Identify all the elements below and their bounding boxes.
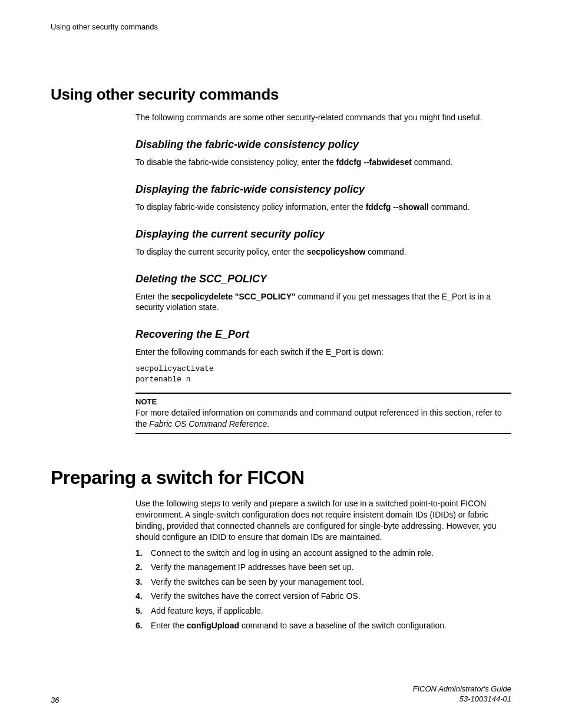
list-item: 2. Verify the management IP addresses ha…	[135, 562, 511, 574]
list-item: 1. Connect to the switch and log in usin…	[135, 548, 511, 559]
delete-scc-paragraph: Enter the secpolicydelete "SCC_POLICY" c…	[135, 291, 511, 314]
intro-paragraph: The following commands are some other se…	[135, 112, 511, 123]
command-text: fddcfg --showall	[366, 202, 429, 212]
command-text: fddcfg --fabwideset	[336, 157, 412, 167]
text: To disable the fabric-wide consistency p…	[135, 157, 336, 167]
step-text: Add feature keys, if applicable.	[151, 605, 263, 617]
step-text: Verify the switches have the correct ver…	[151, 591, 361, 602]
note-label: NOTE	[135, 397, 511, 406]
prepare-intro: Use the following steps to verify and pr…	[135, 498, 511, 543]
content-block-2: Use the following steps to verify and pr…	[135, 498, 511, 631]
doc-info: FICON Administrator's Guide 53-1003144-0…	[413, 684, 511, 704]
note-text: For more detailed information on command…	[135, 407, 511, 430]
disable-paragraph: To disable the fabric-wide consistency p…	[135, 157, 511, 168]
heading-display-security: Displaying the current security policy	[135, 228, 511, 241]
list-item: 6. Enter the configUpload command to sav…	[135, 620, 511, 632]
display-security-paragraph: To display the current security policy, …	[135, 246, 511, 258]
running-header: Using other security commands	[51, 22, 511, 31]
command-text: configUpload	[187, 621, 239, 630]
step-text: Verify the management IP addresses have …	[151, 562, 354, 574]
text: command.	[365, 247, 406, 256]
command-text: secpolicydelete "SCC_POLICY"	[171, 292, 296, 301]
heading-display-fabric: Displaying the fabric-wide consistency p…	[135, 183, 511, 196]
note-block: NOTE For more detailed information on co…	[135, 393, 511, 434]
code-block: secpolicyactivate portenable n	[135, 364, 511, 384]
text: To display the current security policy, …	[135, 247, 307, 256]
list-item: 4. Verify the switches have the correct …	[135, 591, 511, 602]
step-text: Verify the switches can be seen by your …	[151, 577, 364, 588]
doc-number: 53-1003144-01	[413, 694, 511, 704]
content-block: The following commands are some other se…	[135, 112, 511, 434]
display-fabric-paragraph: To display fabric-wide consistency polic…	[135, 202, 511, 213]
text: Enter the	[151, 621, 187, 630]
heading-recover-eport: Recovering the E_Port	[135, 328, 511, 341]
guide-title: FICON Administrator's Guide	[413, 684, 511, 694]
list-item: 3. Verify the switches can be seen by yo…	[135, 577, 511, 588]
list-item: 5. Add feature keys, if applicable.	[135, 605, 511, 617]
heading-preparing-switch: Preparing a switch for FICON	[51, 467, 511, 489]
page-number: 36	[51, 696, 59, 704]
step-number: 1.	[135, 548, 151, 559]
step-text: Connect to the switch and log in using a…	[151, 548, 434, 559]
text: .	[267, 419, 269, 429]
steps-list: 1. Connect to the switch and log in usin…	[135, 548, 511, 632]
recover-paragraph: Enter the following commands for each sw…	[135, 347, 511, 358]
step-text: Enter the configUpload command to save a…	[151, 620, 447, 632]
step-number: 3.	[135, 577, 151, 588]
document-page: Using other security commands Using othe…	[0, 0, 562, 728]
heading-delete-scc: Deleting the SCC_POLICY	[135, 273, 511, 285]
reference-title: Fabric OS Command Reference	[149, 419, 267, 429]
step-number: 4.	[135, 591, 151, 602]
text: command to save a baseline of the switch…	[239, 621, 447, 630]
step-number: 6.	[135, 620, 151, 632]
text: To display fabric-wide consistency polic…	[135, 202, 366, 212]
step-number: 5.	[135, 605, 151, 617]
heading-using-other-security: Using other security commands	[51, 85, 511, 104]
text: command.	[412, 157, 452, 167]
page-footer: 36 FICON Administrator's Guide 53-100314…	[51, 684, 511, 704]
command-text: secpolicyshow	[307, 247, 366, 256]
step-number: 2.	[135, 562, 151, 574]
heading-disable-policy: Disabling the fabric-wide consistency po…	[135, 139, 511, 151]
text: command.	[429, 202, 470, 212]
text: Enter the	[135, 292, 171, 301]
